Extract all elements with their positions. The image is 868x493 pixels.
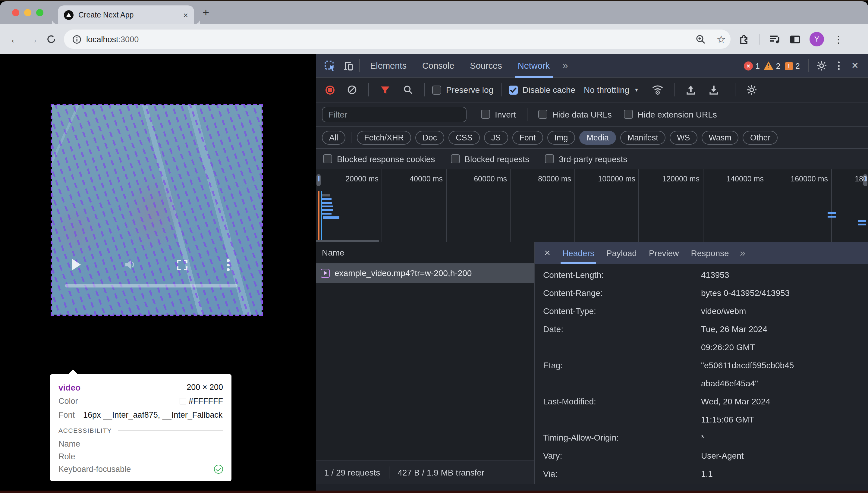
disable-cache-checkbox[interactable]: Disable cache <box>508 85 576 94</box>
tab-network[interactable]: Network <box>510 54 558 78</box>
video-progress-bar[interactable] <box>65 284 238 287</box>
timeline-overview[interactable]: 20000 ms40000 ms60000 ms80000 ms100000 m… <box>316 169 868 242</box>
record-network-log-icon[interactable] <box>325 85 334 94</box>
tab-sources[interactable]: Sources <box>462 54 509 78</box>
header-row: Timing-Allow-Origin:* <box>543 429 868 447</box>
third-party-requests-checkbox[interactable]: 3rd-party requests <box>545 154 627 164</box>
mac-close-button[interactable] <box>12 9 19 16</box>
name-column-header[interactable]: Name <box>316 242 534 263</box>
chrome-menu-icon[interactable]: ⋮ <box>834 34 843 45</box>
hide-data-urls-checkbox[interactable]: Hide data URLs <box>538 109 612 119</box>
tab-console[interactable]: Console <box>414 54 462 78</box>
forward-button: → <box>24 33 42 45</box>
desktop-edge-bottom <box>0 491 868 493</box>
chip-media[interactable]: Media <box>579 130 616 144</box>
waterfall-bar <box>322 194 330 196</box>
chip-fetch-xhr[interactable]: Fetch/XHR <box>357 130 411 144</box>
address-bar[interactable]: localhost:3000 ☆ <box>64 29 731 49</box>
bookmark-star-icon[interactable]: ☆ <box>717 33 726 45</box>
divider <box>501 83 501 97</box>
video-menu-icon[interactable] <box>226 257 230 273</box>
device-toolbar-icon[interactable] <box>339 61 357 71</box>
dom-content-loaded-line <box>318 191 320 242</box>
chip-doc[interactable]: Doc <box>415 130 444 144</box>
console-warnings-badge[interactable]: 2 <box>764 61 780 70</box>
header-value: "e50611dacdf595cb0b45abad46ef45a4" <box>701 356 868 392</box>
fullscreen-icon[interactable] <box>177 260 188 270</box>
blocked-requests-checkbox[interactable]: Blocked requests <box>451 154 529 164</box>
chip-ws[interactable]: WS <box>670 130 697 144</box>
network-toolbar: Preserve log Disable cache No throttling… <box>316 78 868 103</box>
clear-network-log-icon[interactable] <box>343 85 361 94</box>
chip-other[interactable]: Other <box>743 130 778 144</box>
devtools-settings-icon[interactable] <box>812 60 831 71</box>
header-value: video/webm <box>701 302 868 320</box>
checkbox-checked[interactable] <box>508 85 518 94</box>
request-row[interactable]: example_video.mp4?tr=w-200,h-200 <box>316 263 534 283</box>
more-panels-icon[interactable]: » <box>558 60 573 72</box>
media-controls-icon[interactable] <box>770 34 781 44</box>
more-details-tabs-icon[interactable]: » <box>735 247 751 259</box>
import-har-icon[interactable] <box>682 85 700 95</box>
tab-close-icon[interactable]: × <box>183 10 188 19</box>
extensions-puzzle-icon[interactable] <box>739 34 750 45</box>
details-tab-payload[interactable]: Payload <box>600 242 643 264</box>
preserve-log-checkbox[interactable]: Preserve log <box>432 85 493 94</box>
browser-tab[interactable]: Create Next App × <box>58 5 194 24</box>
network-conditions-icon[interactable] <box>649 85 667 94</box>
details-tab-headers[interactable]: Headers <box>556 242 600 264</box>
tab-elements[interactable]: Elements <box>362 54 414 78</box>
header-key: Last-Modified: <box>543 392 701 429</box>
reload-button[interactable] <box>42 34 60 44</box>
play-button-icon[interactable] <box>72 259 81 271</box>
devtools-menu-icon[interactable] <box>832 62 846 70</box>
timeline-gridline <box>510 169 511 242</box>
checkbox-unchecked[interactable] <box>545 154 554 163</box>
checkbox-unchecked[interactable] <box>624 110 633 119</box>
side-panel-icon[interactable] <box>790 35 800 43</box>
url-host: localhost <box>86 35 118 44</box>
back-button[interactable]: ← <box>6 33 24 45</box>
request-filter-checkboxes: Blocked response cookies Blocked request… <box>316 149 868 169</box>
details-tab-preview[interactable]: Preview <box>643 242 685 264</box>
new-tab-button[interactable]: + <box>202 6 209 19</box>
filter-input[interactable] <box>322 106 466 122</box>
invert-checkbox[interactable]: Invert <box>481 109 516 119</box>
site-info-icon[interactable] <box>72 35 81 44</box>
zoom-page-icon[interactable] <box>696 34 706 44</box>
profile-avatar[interactable]: Y <box>809 32 824 46</box>
devtools-close-icon[interactable]: × <box>847 59 863 72</box>
overview-left-handle[interactable] <box>317 174 321 186</box>
inspect-element-icon[interactable] <box>321 60 339 71</box>
checkbox-unchecked[interactable] <box>538 110 547 119</box>
checkbox-unchecked[interactable] <box>323 154 332 163</box>
mac-minimize-button[interactable] <box>24 9 31 16</box>
close-details-icon[interactable]: × <box>538 247 556 259</box>
checkbox-unchecked[interactable] <box>481 110 490 119</box>
throttling-dropdown[interactable]: No throttling ▼ <box>584 85 639 94</box>
chip-img[interactable]: Img <box>547 130 575 144</box>
export-har-icon[interactable] <box>704 85 723 95</box>
overview-scrollbar[interactable] <box>316 240 379 242</box>
console-errors-badge[interactable]: ×1 <box>744 61 760 70</box>
hide-extension-urls-checkbox[interactable]: Hide extension URLs <box>624 109 717 119</box>
details-tab-response[interactable]: Response <box>685 242 735 264</box>
issues-badge[interactable]: !2 <box>784 61 800 70</box>
checkbox-unchecked[interactable] <box>432 85 441 94</box>
filter-funnel-icon[interactable] <box>376 85 394 94</box>
tooltip-element-name: video <box>59 382 81 392</box>
chip-font[interactable]: Font <box>512 130 543 144</box>
blocked-response-cookies-checkbox[interactable]: Blocked response cookies <box>323 154 435 164</box>
chip-manifest[interactable]: Manifest <box>620 130 666 144</box>
volume-icon[interactable] <box>124 259 136 270</box>
video-element[interactable] <box>51 104 263 316</box>
network-search-icon[interactable] <box>399 85 417 94</box>
chip-js[interactable]: JS <box>484 130 508 144</box>
checkbox-unchecked[interactable] <box>451 154 460 163</box>
chip-wasm[interactable]: Wasm <box>701 130 739 144</box>
chip-divider <box>351 132 351 143</box>
chip-all[interactable]: All <box>322 130 345 144</box>
mac-zoom-button[interactable] <box>36 9 43 16</box>
chip-css[interactable]: CSS <box>449 130 480 144</box>
network-settings-icon[interactable] <box>743 84 761 95</box>
